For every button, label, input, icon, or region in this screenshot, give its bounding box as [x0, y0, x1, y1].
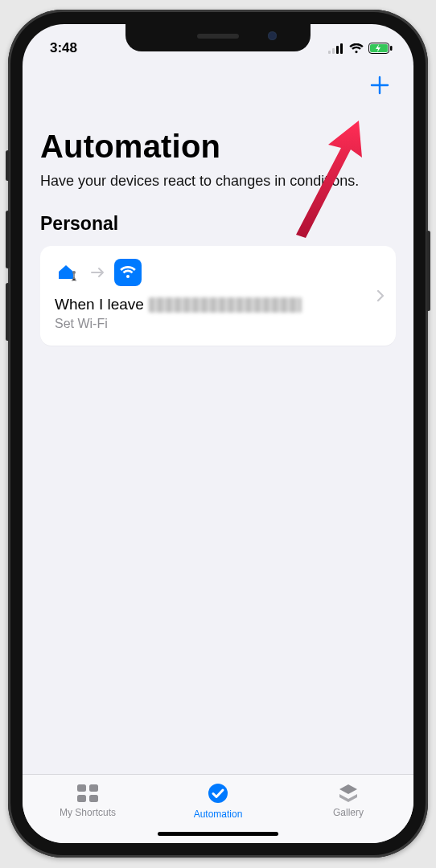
arrow-right-icon [90, 267, 106, 278]
screen: 3:48 [23, 24, 413, 843]
wifi-icon [349, 43, 364, 54]
svg-point-12 [208, 784, 228, 803]
tab-label: My Shortcuts [60, 807, 116, 818]
tab-my-shortcuts[interactable]: My Shortcuts [23, 783, 152, 818]
cellular-icon [328, 43, 344, 54]
gallery-icon [336, 783, 360, 804]
volume-up-button [6, 211, 10, 268]
status-time: 3:48 [50, 40, 77, 56]
section-personal: Personal [40, 213, 396, 235]
page-title: Automation [40, 129, 396, 165]
plus-icon [369, 75, 390, 96]
power-button [426, 231, 430, 311]
volume-down-button [6, 283, 10, 341]
add-button[interactable] [364, 69, 396, 101]
tab-label: Automation [194, 809, 243, 820]
svg-rect-1 [332, 48, 335, 54]
svg-rect-3 [340, 43, 343, 54]
automation-subtitle: Set Wi-Fi [55, 317, 383, 331]
page-subtitle: Have your devices react to changes in co… [40, 171, 378, 190]
home-leave-icon [55, 259, 82, 286]
automation-icons [55, 259, 383, 286]
svg-rect-2 [336, 46, 339, 54]
svg-rect-8 [77, 784, 86, 792]
grid-icon [76, 783, 100, 804]
tab-automation[interactable]: Automation [154, 783, 282, 820]
redacted-location [149, 297, 302, 313]
svg-rect-10 [77, 795, 86, 802]
home-indicator[interactable] [158, 832, 278, 836]
svg-rect-0 [328, 51, 331, 54]
svg-rect-11 [89, 795, 98, 802]
chevron-right-icon [376, 289, 385, 302]
content-area: Automation Have your devices react to ch… [23, 108, 413, 774]
svg-rect-6 [390, 46, 393, 51]
wifi-action-icon [114, 259, 142, 286]
automation-tab-icon [206, 783, 230, 805]
notch [125, 24, 311, 51]
battery-icon [368, 43, 393, 54]
svg-rect-9 [89, 784, 98, 792]
automation-title-prefix: When I leave [55, 296, 144, 313]
tab-gallery[interactable]: Gallery [284, 783, 413, 818]
automation-card[interactable]: When I leave Set Wi-Fi [40, 246, 396, 346]
mute-switch [6, 150, 10, 181]
automation-title: When I leave [55, 296, 383, 313]
phone-frame: 3:48 [8, 10, 428, 858]
tab-label: Gallery [333, 807, 364, 818]
nav-bar [23, 63, 413, 108]
